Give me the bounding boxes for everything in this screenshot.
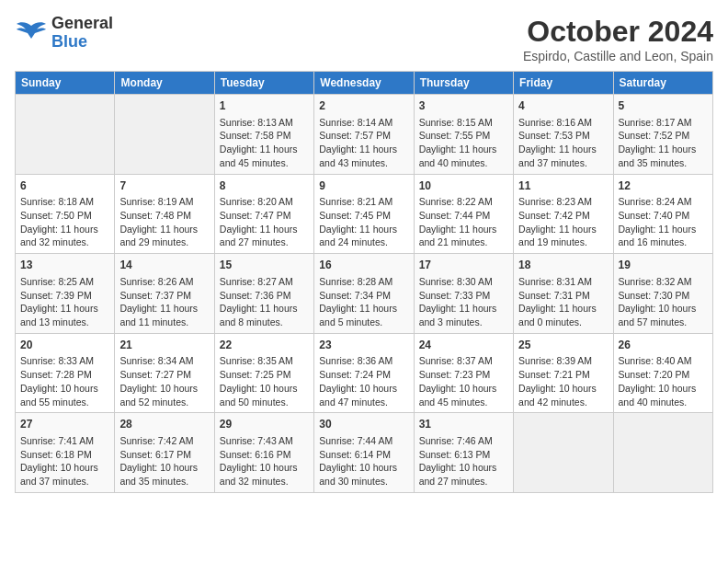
calendar-week-row: 13Sunrise: 8:25 AM Sunset: 7:39 PM Dayli… bbox=[16, 254, 713, 334]
day-info: Sunrise: 7:43 AM Sunset: 6:16 PM Dayligh… bbox=[220, 434, 309, 488]
day-info: Sunrise: 8:26 AM Sunset: 7:37 PM Dayligh… bbox=[119, 275, 209, 329]
calendar-cell: 25Sunrise: 8:39 AM Sunset: 7:21 PM Dayli… bbox=[514, 333, 613, 413]
weekday-header-saturday: Saturday bbox=[613, 72, 712, 95]
calendar-cell: 22Sunrise: 8:35 AM Sunset: 7:25 PM Dayli… bbox=[214, 333, 313, 413]
calendar-week-row: 1Sunrise: 8:13 AM Sunset: 7:58 PM Daylig… bbox=[16, 95, 713, 175]
calendar-cell: 24Sunrise: 8:37 AM Sunset: 7:23 PM Dayli… bbox=[414, 333, 513, 413]
location-subtitle: Espirdo, Castille and Leon, Spain bbox=[523, 49, 713, 63]
weekday-header-sunday: Sunday bbox=[16, 72, 115, 95]
day-number: 11 bbox=[518, 178, 608, 194]
day-number: 8 bbox=[220, 178, 309, 194]
day-number: 20 bbox=[20, 338, 109, 353]
calendar-cell: 13Sunrise: 8:25 AM Sunset: 7:39 PM Dayli… bbox=[16, 254, 115, 334]
day-info: Sunrise: 8:30 AM Sunset: 7:33 PM Dayligh… bbox=[419, 275, 508, 329]
day-number: 12 bbox=[619, 178, 708, 194]
day-number: 31 bbox=[419, 417, 508, 432]
day-info: Sunrise: 8:27 AM Sunset: 7:36 PM Dayligh… bbox=[220, 275, 309, 329]
calendar-cell: 5Sunrise: 8:17 AM Sunset: 7:52 PM Daylig… bbox=[613, 95, 712, 175]
weekday-header-thursday: Thursday bbox=[414, 72, 513, 95]
day-number: 6 bbox=[20, 178, 109, 194]
day-number: 22 bbox=[220, 338, 309, 353]
day-number: 29 bbox=[220, 417, 309, 432]
calendar-cell: 8Sunrise: 8:20 AM Sunset: 7:47 PM Daylig… bbox=[214, 174, 313, 254]
day-info: Sunrise: 8:39 AM Sunset: 7:21 PM Dayligh… bbox=[518, 354, 608, 408]
day-number: 14 bbox=[119, 258, 209, 273]
day-number: 27 bbox=[20, 417, 109, 432]
calendar-cell: 9Sunrise: 8:21 AM Sunset: 7:45 PM Daylig… bbox=[314, 174, 414, 254]
calendar-header-row: SundayMondayTuesdayWednesdayThursdayFrid… bbox=[16, 72, 713, 95]
calendar-cell: 27Sunrise: 7:41 AM Sunset: 6:18 PM Dayli… bbox=[16, 413, 115, 493]
calendar-cell: 26Sunrise: 8:40 AM Sunset: 7:20 PM Dayli… bbox=[613, 333, 712, 413]
day-info: Sunrise: 8:40 AM Sunset: 7:20 PM Dayligh… bbox=[619, 354, 708, 408]
day-info: Sunrise: 8:20 AM Sunset: 7:47 PM Dayligh… bbox=[220, 195, 309, 249]
calendar-cell: 7Sunrise: 8:19 AM Sunset: 7:48 PM Daylig… bbox=[115, 174, 214, 254]
calendar-cell: 29Sunrise: 7:43 AM Sunset: 6:16 PM Dayli… bbox=[214, 413, 313, 493]
day-number: 1 bbox=[220, 98, 309, 114]
calendar-cell: 23Sunrise: 8:36 AM Sunset: 7:24 PM Dayli… bbox=[314, 333, 414, 413]
calendar-cell: 31Sunrise: 7:46 AM Sunset: 6:13 PM Dayli… bbox=[414, 413, 513, 493]
day-number: 15 bbox=[220, 258, 309, 273]
calendar-week-row: 27Sunrise: 7:41 AM Sunset: 6:18 PM Dayli… bbox=[16, 413, 713, 493]
calendar-cell: 3Sunrise: 8:15 AM Sunset: 7:55 PM Daylig… bbox=[414, 95, 513, 175]
day-info: Sunrise: 8:25 AM Sunset: 7:39 PM Dayligh… bbox=[20, 275, 109, 329]
calendar-cell: 14Sunrise: 8:26 AM Sunset: 7:37 PM Dayli… bbox=[115, 254, 214, 334]
day-info: Sunrise: 8:17 AM Sunset: 7:52 PM Dayligh… bbox=[619, 116, 708, 170]
day-number: 2 bbox=[319, 98, 408, 114]
day-number: 13 bbox=[20, 258, 109, 273]
day-info: Sunrise: 8:21 AM Sunset: 7:45 PM Dayligh… bbox=[319, 195, 408, 249]
calendar-cell: 2Sunrise: 8:14 AM Sunset: 7:57 PM Daylig… bbox=[314, 95, 414, 175]
day-number: 18 bbox=[518, 258, 608, 273]
calendar-cell bbox=[613, 413, 712, 493]
logo-icon bbox=[15, 20, 48, 46]
day-number: 24 bbox=[419, 338, 508, 353]
day-info: Sunrise: 8:18 AM Sunset: 7:50 PM Dayligh… bbox=[20, 195, 109, 249]
weekday-header-tuesday: Tuesday bbox=[214, 72, 313, 95]
day-info: Sunrise: 7:44 AM Sunset: 6:14 PM Dayligh… bbox=[319, 434, 408, 488]
calendar-week-row: 20Sunrise: 8:33 AM Sunset: 7:28 PM Dayli… bbox=[16, 333, 713, 413]
logo-text: General Blue bbox=[51, 15, 113, 52]
day-number: 23 bbox=[319, 338, 408, 353]
calendar-cell: 4Sunrise: 8:16 AM Sunset: 7:53 PM Daylig… bbox=[514, 95, 613, 175]
day-number: 3 bbox=[419, 98, 508, 114]
calendar-cell: 28Sunrise: 7:42 AM Sunset: 6:17 PM Dayli… bbox=[115, 413, 214, 493]
day-info: Sunrise: 7:42 AM Sunset: 6:17 PM Dayligh… bbox=[119, 434, 209, 488]
day-info: Sunrise: 8:14 AM Sunset: 7:57 PM Dayligh… bbox=[319, 116, 408, 170]
calendar-cell: 6Sunrise: 8:18 AM Sunset: 7:50 PM Daylig… bbox=[16, 174, 115, 254]
weekday-header-friday: Friday bbox=[514, 72, 613, 95]
calendar-cell: 30Sunrise: 7:44 AM Sunset: 6:14 PM Dayli… bbox=[314, 413, 414, 493]
day-info: Sunrise: 8:33 AM Sunset: 7:28 PM Dayligh… bbox=[20, 354, 109, 408]
calendar-cell: 16Sunrise: 8:28 AM Sunset: 7:34 PM Dayli… bbox=[314, 254, 414, 334]
day-number: 4 bbox=[518, 98, 608, 114]
day-info: Sunrise: 7:46 AM Sunset: 6:13 PM Dayligh… bbox=[419, 434, 508, 488]
day-info: Sunrise: 8:37 AM Sunset: 7:23 PM Dayligh… bbox=[419, 354, 508, 408]
calendar-cell: 10Sunrise: 8:22 AM Sunset: 7:44 PM Dayli… bbox=[414, 174, 513, 254]
calendar-cell: 11Sunrise: 8:23 AM Sunset: 7:42 PM Dayli… bbox=[514, 174, 613, 254]
calendar-cell bbox=[16, 95, 115, 175]
calendar-cell: 19Sunrise: 8:32 AM Sunset: 7:30 PM Dayli… bbox=[613, 254, 712, 334]
day-number: 17 bbox=[419, 258, 508, 273]
calendar-cell bbox=[115, 95, 214, 175]
page-header: General Blue October 2024 Espirdo, Casti… bbox=[15, 15, 713, 63]
calendar-cell: 17Sunrise: 8:30 AM Sunset: 7:33 PM Dayli… bbox=[414, 254, 513, 334]
day-info: Sunrise: 8:31 AM Sunset: 7:31 PM Dayligh… bbox=[518, 275, 608, 329]
day-info: Sunrise: 8:28 AM Sunset: 7:34 PM Dayligh… bbox=[319, 275, 408, 329]
day-number: 19 bbox=[619, 258, 708, 273]
day-info: Sunrise: 8:16 AM Sunset: 7:53 PM Dayligh… bbox=[518, 116, 608, 170]
day-number: 7 bbox=[119, 178, 209, 194]
day-info: Sunrise: 8:22 AM Sunset: 7:44 PM Dayligh… bbox=[419, 195, 508, 249]
day-number: 30 bbox=[319, 417, 408, 432]
calendar-cell: 12Sunrise: 8:24 AM Sunset: 7:40 PM Dayli… bbox=[613, 174, 712, 254]
day-info: Sunrise: 8:36 AM Sunset: 7:24 PM Dayligh… bbox=[319, 354, 408, 408]
day-number: 5 bbox=[619, 98, 708, 114]
day-number: 28 bbox=[119, 417, 209, 432]
weekday-header-monday: Monday bbox=[115, 72, 214, 95]
calendar-cell: 1Sunrise: 8:13 AM Sunset: 7:58 PM Daylig… bbox=[214, 95, 313, 175]
month-title: October 2024 bbox=[523, 15, 713, 49]
day-number: 26 bbox=[619, 338, 708, 353]
day-info: Sunrise: 8:24 AM Sunset: 7:40 PM Dayligh… bbox=[619, 195, 708, 249]
calendar-week-row: 6Sunrise: 8:18 AM Sunset: 7:50 PM Daylig… bbox=[16, 174, 713, 254]
day-info: Sunrise: 8:23 AM Sunset: 7:42 PM Dayligh… bbox=[518, 195, 608, 249]
calendar-cell: 21Sunrise: 8:34 AM Sunset: 7:27 PM Dayli… bbox=[115, 333, 214, 413]
calendar-cell: 20Sunrise: 8:33 AM Sunset: 7:28 PM Dayli… bbox=[16, 333, 115, 413]
title-block: October 2024 Espirdo, Castille and Leon,… bbox=[523, 15, 713, 63]
